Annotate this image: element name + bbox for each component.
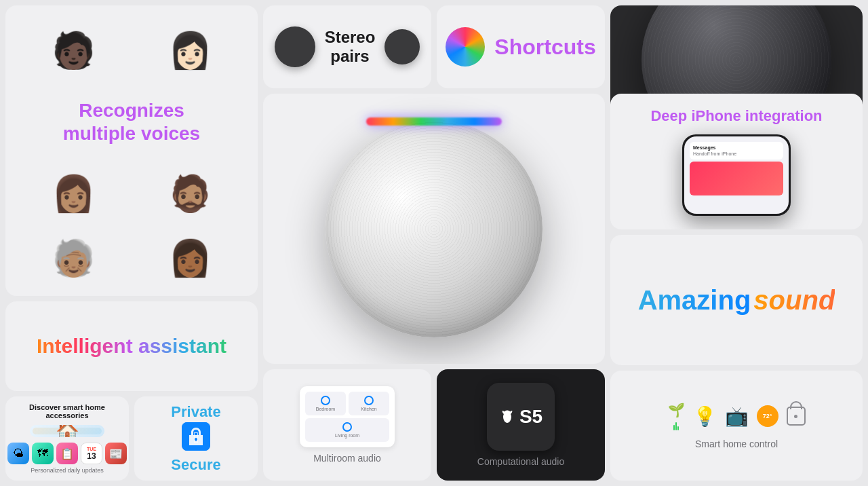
sound-word: sound [753,285,835,316]
private-label: Private [171,403,220,421]
iphone-integration-title: Deep iPhone integration [650,107,822,125]
iphone-screen-content [690,162,783,195]
calendar-app-icon: TUE 13 [81,443,102,464]
speaker-left-icon [275,26,315,67]
speaker-right-icon [384,29,420,64]
smart-plant: 🌱 [668,402,685,430]
amazing-prefix: Amazing [638,285,751,316]
shortcuts-label: Shortcuts [494,35,595,60]
intelligent-text: Intelligent assistant [26,335,237,358]
daily-updates-label: Personalized daily updates [31,467,104,474]
smart-tv-icon: 📺 [725,405,749,428]
memoji-4: 🧔🏽 [163,166,217,221]
private-secure-panel: Private  Secure [134,396,258,481]
memoji-1: 🧑🏿 [46,24,100,78]
discover-label: Discover smart home accessories [12,403,122,419]
home-app-screen: 🏠 [30,425,104,437]
iphone-mockup: Messages Handoff from iPhone [682,134,791,216]
smart-lock-icon [787,407,806,426]
memoji-3: 👩🏽 [46,166,100,221]
shortcuts-panel: Shortcuts [437,5,605,88]
computational-label: Computational audio [477,456,564,467]
iphone-integration-panel: Deep iPhone integration Messages Handoff… [610,94,863,229]
reminders-app-icon: 📋 [56,443,78,464]
apple-logo-chip [499,409,515,425]
s5-chip: S5 [487,383,555,451]
room-icon-3 [342,422,352,432]
multiroom-label: Multiroom audio [313,453,381,464]
s5-chip-content: S5 [499,406,542,428]
smart-bulb-icon: 💡 [693,405,717,428]
room-kitchen: Kitchen [349,392,389,415]
smart-home-control-panel: 🌱 💡 📺 72° Smart home control [610,371,863,481]
multiroom-audio-panel: Bedroom Kitchen Living room Multiroom au… [263,369,431,481]
room-bedroom: Bedroom [305,392,346,415]
siri-icon [446,27,485,67]
smart-home-label: Smart home control [695,438,778,449]
temp-badge: 72° [757,405,778,427]
room-icon-2 [364,396,374,405]
app-icons-row: 🌤 🗺 📋 TUE 13 📰 [7,443,127,464]
news-app-icon: 📰 [105,443,127,464]
voices-title: Recognizesmultiple voices [63,99,200,145]
memoji-5: 🧓🏽 [46,231,100,285]
calendar-month: TUE [87,447,96,451]
stereo-label: Stereopairs [325,28,376,66]
homepod-mini-visual [326,120,542,337]
amazing-sound-text: Amazing sound [638,285,835,316]
iphone-notification: Messages Handoff from iPhone [690,142,783,160]
apple-lock-container:  [182,422,210,455]
memoji-2: 👩🏻 [163,24,217,78]
memoji-6: 👩🏾 [163,231,217,285]
main-speaker-panel [263,94,605,364]
intelligent-assistant-panel: Intelligent assistant [5,301,258,391]
smart-home-icons-row: 🌱 💡 📺 72° [668,402,806,430]
discover-accessories-panel: Discover smart home accessories 🏠 🌤 🗺 📋 … [5,396,129,481]
maps-app-icon: 🗺 [32,443,54,464]
room-icon [321,396,330,405]
weather-app-icon: 🌤 [7,443,29,464]
s5-text: S5 [519,406,542,428]
iphone-screen: Messages Handoff from iPhone [684,136,789,214]
speaker-texture [326,120,542,337]
calendar-day: 13 [87,451,96,461]
room-living: Living room [305,418,389,442]
multiroom-visual: Bedroom Kitchen Living room [300,386,395,447]
computational-audio-panel: S5 Computational audio [437,369,605,481]
home-screen-icon: 🏠 [33,428,102,434]
amazing-sound-panel: Amazing sound [610,235,863,365]
stereo-pairs-panel: Stereopairs [263,5,431,88]
apple-logo-svg:  [182,422,210,451]
voices-panel: 🧑🏿 👩🏻 Recognizesmultiple voices 👩🏽 🧔🏽 🧓🏽… [5,5,258,296]
secure-label: Secure [171,456,220,474]
